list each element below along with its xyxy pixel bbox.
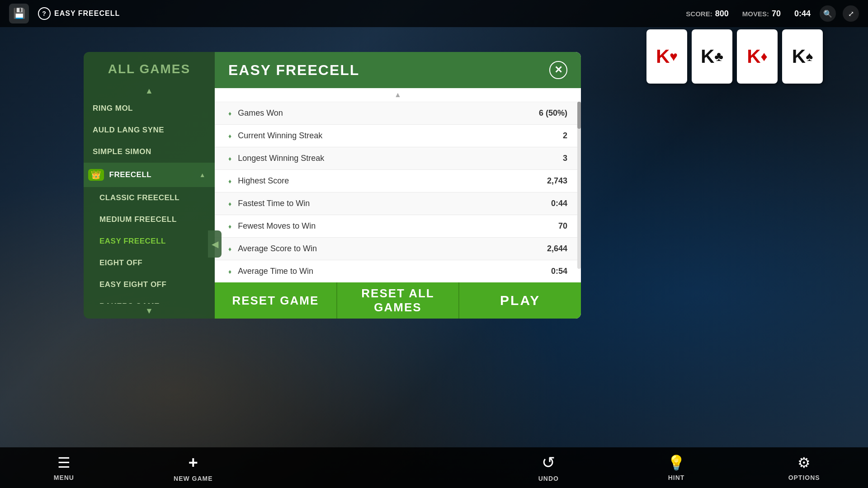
- sidebar-item-label: FREECELL: [109, 170, 152, 179]
- score-value: 800: [715, 9, 729, 19]
- stat-diamond-icon: ♦: [228, 155, 231, 162]
- score-label: SCORE:: [686, 10, 712, 18]
- stat-row: ♦ Games Won 6 (50%): [215, 102, 581, 125]
- score-display: SCORE: 800: [686, 9, 728, 19]
- sidebar-scroll-up[interactable]: ▲: [84, 84, 215, 98]
- stat-label: Fewest Moves to Win: [238, 221, 531, 231]
- card-king-spades: K♠: [782, 29, 823, 84]
- stats-content: ▲ ♦ Games Won 6 (50%) ♦ Current Winning …: [215, 88, 581, 282]
- sidebar-item-eight-off[interactable]: EIGHT OFF: [84, 252, 215, 274]
- stat-value: 3: [531, 154, 567, 163]
- nav-undo[interactable]: ↺ UNDO: [530, 453, 566, 482]
- sidebar-scroll-down[interactable]: ▼: [84, 304, 215, 319]
- sidebar-item-label: EASY FREECELL: [99, 237, 166, 246]
- nav-hint[interactable]: 💡 HINT: [658, 454, 694, 481]
- sidebar-item-label: SIMPLE SIMON: [93, 147, 151, 156]
- save-icon: 💾: [13, 8, 25, 19]
- sidebar-collapse-button[interactable]: ◀: [208, 230, 222, 258]
- stat-value: 2,644: [531, 244, 567, 253]
- moves-value: 70: [772, 9, 781, 19]
- games-sidebar: ALL GAMES ▲ RING MOL AULD LANG SYNE SIMP…: [84, 52, 215, 319]
- help-button[interactable]: ? EASY FREECELL: [38, 7, 120, 20]
- undo-icon: ↺: [542, 453, 555, 472]
- stat-diamond-icon: ♦: [228, 178, 231, 185]
- stat-value: 2,743: [531, 176, 567, 186]
- expand-arrow-icon: ▲: [199, 171, 206, 178]
- stat-row: ♦ Fewest Moves to Win 70: [215, 215, 581, 238]
- menu-label: MENU: [54, 474, 74, 481]
- stat-label: Average Time to Win: [238, 267, 531, 276]
- stats-panel: EASY FREECELL ✕ ▲ ♦ Games Won 6 (50%) ♦ …: [215, 52, 581, 319]
- stat-row: ♦ Highest Score 2,743: [215, 170, 581, 192]
- stat-value: 2: [531, 131, 567, 141]
- stat-label: Current Winning Streak: [238, 131, 531, 141]
- sidebar-header: ALL GAMES: [84, 52, 215, 84]
- sidebar-items-list: RING MOL AULD LANG SYNE SIMPLE SIMON 👑 F…: [84, 98, 215, 304]
- nav-new-game[interactable]: + NEW GAME: [174, 453, 213, 482]
- nav-menu[interactable]: ☰ MENU: [46, 454, 82, 481]
- sidebar-item-easy-eight-off[interactable]: EASY EIGHT OFF: [84, 274, 215, 296]
- stat-label: Games Won: [238, 108, 531, 118]
- bottom-buttons: RESET GAME RESET ALL GAMES PLAY: [215, 282, 581, 319]
- stat-diamond-icon: ♦: [228, 268, 231, 275]
- stat-row: ♦ Fastest Time to Win 0:44: [215, 192, 581, 215]
- scrollbar-thumb[interactable]: [577, 102, 581, 129]
- card-king-clubs: K♣: [692, 29, 732, 84]
- stat-label: Fastest Time to Win: [238, 199, 531, 208]
- stats-list: ♦ Games Won 6 (50%) ♦ Current Winning St…: [215, 102, 581, 282]
- sidebar-item-label: EIGHT OFF: [99, 258, 142, 267]
- hint-icon: 💡: [667, 454, 685, 471]
- stat-diamond-icon: ♦: [228, 110, 231, 117]
- stat-value: 70: [531, 221, 567, 231]
- expand-button[interactable]: ⤢: [843, 5, 859, 22]
- sidebar-item-classic-freecell[interactable]: CLASSIC FREECELL: [84, 187, 215, 209]
- search-button[interactable]: 🔍: [820, 5, 836, 22]
- menu-icon: ☰: [57, 454, 71, 471]
- game-title-topbar: EASY FREECELL: [54, 9, 120, 18]
- stat-value: 0:54: [531, 267, 567, 276]
- play-button[interactable]: PLAY: [459, 282, 581, 319]
- nav-options[interactable]: ⚙ OPTIONS: [786, 454, 822, 481]
- stat-label: Longest Winning Streak: [238, 154, 531, 163]
- reset-all-button[interactable]: RESET ALL GAMES: [337, 282, 460, 319]
- sidebar-title: ALL GAMES: [93, 62, 206, 76]
- cards-row: K♥ K♣ K♦ K♠: [646, 29, 823, 84]
- sidebar-item-ring-mol[interactable]: RING MOL: [84, 98, 215, 119]
- stat-diamond-icon: ♦: [228, 245, 231, 253]
- crown-icon: 👑: [88, 169, 104, 181]
- sidebar-item-label: EASY EIGHT OFF: [99, 280, 166, 289]
- top-bar: 💾 ? EASY FREECELL SCORE: 800 MOVES: 70 0…: [0, 0, 868, 27]
- bottom-nav: ☰ MENU + NEW GAME ↺ UNDO 💡 HINT ⚙ OPTION…: [0, 447, 868, 488]
- sidebar-item-label: MEDIUM FREECELL: [99, 215, 177, 224]
- top-icons: 🔍 ⤢: [820, 5, 859, 22]
- scrollbar-track: [577, 102, 581, 269]
- sidebar-item-bakers-game[interactable]: BAKERS GAME: [84, 296, 215, 304]
- stat-diamond-icon: ♦: [228, 132, 231, 140]
- undo-label: UNDO: [538, 475, 559, 482]
- card-king-hearts: K♥: [646, 29, 687, 84]
- sidebar-item-easy-freecell[interactable]: EASY FREECELL: [84, 230, 215, 252]
- close-button[interactable]: ✕: [549, 61, 567, 79]
- options-label: OPTIONS: [788, 474, 820, 481]
- sidebar-item-label: CLASSIC FREECELL: [99, 193, 179, 202]
- sidebar-item-freecell[interactable]: 👑 FREECELL ▲: [84, 163, 215, 187]
- stat-value: 0:44: [531, 199, 567, 208]
- sidebar-item-simple-simon[interactable]: SIMPLE SIMON: [84, 141, 215, 163]
- reset-game-button[interactable]: RESET GAME: [215, 282, 337, 319]
- stat-diamond-icon: ♦: [228, 200, 231, 207]
- scroll-top-indicator[interactable]: ▲: [215, 88, 581, 102]
- options-icon: ⚙: [797, 454, 811, 471]
- card-king-diamonds: K♦: [737, 29, 778, 84]
- modal-container: ALL GAMES ▲ RING MOL AULD LANG SYNE SIMP…: [84, 52, 581, 319]
- stat-row: ♦ Current Winning Streak 2: [215, 125, 581, 147]
- stat-row: ♦ Average Score to Win 2,644: [215, 238, 581, 260]
- moves-display: MOVES: 70: [742, 9, 781, 19]
- save-button[interactable]: 💾: [9, 4, 29, 23]
- sidebar-item-medium-freecell[interactable]: MEDIUM FREECELL: [84, 209, 215, 230]
- panel-header: EASY FREECELL ✕: [215, 52, 581, 88]
- stat-row: ♦ Longest Winning Streak 3: [215, 147, 581, 170]
- panel-title: EASY FREECELL: [228, 62, 359, 79]
- sidebar-item-label: AULD LANG SYNE: [93, 126, 164, 135]
- moves-label: MOVES:: [742, 10, 769, 18]
- sidebar-item-auld-lang-syne[interactable]: AULD LANG SYNE: [84, 119, 215, 141]
